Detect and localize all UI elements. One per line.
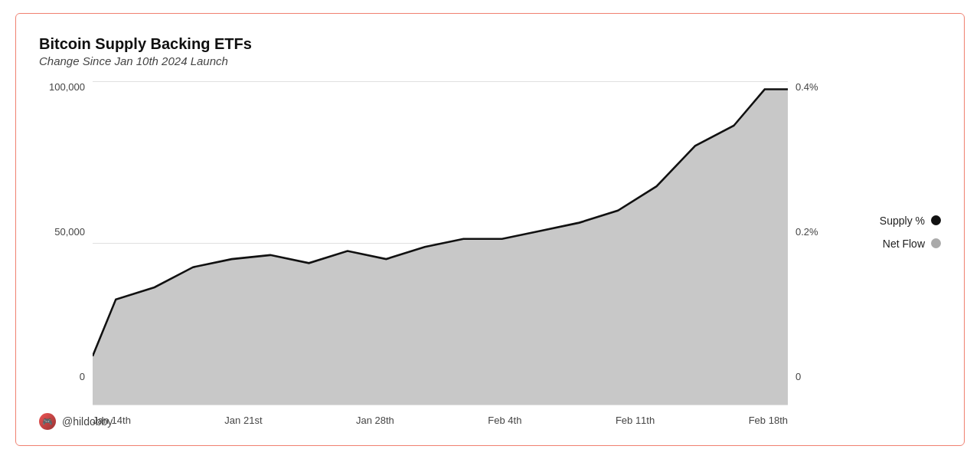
x-tick-feb11: Feb 11th <box>616 415 655 426</box>
legend-netflow: Net Flow <box>853 238 941 250</box>
x-tick-jan14: Jan 14th <box>93 415 131 426</box>
legend-netflow-label: Net Flow <box>883 238 925 250</box>
chart-area: 100,000 50,000 0 Jan 14th Jan 21st Jan 2… <box>39 81 941 405</box>
legend-supply: Supply % <box>853 215 941 227</box>
grid-line-bot <box>93 405 788 405</box>
legend-netflow-dot <box>931 238 941 248</box>
legend-supply-label: Supply % <box>880 215 925 227</box>
y-left-tick-mid: 50,000 <box>54 226 85 238</box>
y-right-tick-bot: 0 <box>795 371 801 382</box>
y-axis-right: 0.4% 0.2% 0 <box>788 81 841 405</box>
x-tick-feb18: Feb 18th <box>749 415 788 426</box>
chart-plot: Jan 14th Jan 21st Jan 28th Feb 4th Feb 1… <box>93 81 788 405</box>
chart-subtitle: Change Since Jan 10th 2024 Launch <box>39 54 941 67</box>
y-left-tick-top: 100,000 <box>49 81 85 93</box>
chart-svg <box>93 81 788 405</box>
y-right-tick-top: 0.4% <box>795 81 818 93</box>
x-tick-jan28: Jan 28th <box>356 415 394 426</box>
y-left-tick-bot: 0 <box>80 371 85 382</box>
legend-area: Supply % Net Flow <box>841 81 941 405</box>
legend-supply-dot <box>931 215 941 225</box>
chart-title: Bitcoin Supply Backing ETFs <box>39 35 941 53</box>
avatar: 🎮 <box>39 413 56 430</box>
area-fill <box>93 90 788 405</box>
y-axis-left: 100,000 50,000 0 <box>39 81 93 405</box>
x-axis: Jan 14th Jan 21st Jan 28th Feb 4th Feb 1… <box>93 415 788 426</box>
x-tick-jan21: Jan 21st <box>224 415 262 426</box>
y-right-tick-mid: 0.2% <box>795 226 818 238</box>
chart-container: Bitcoin Supply Backing ETFs Change Since… <box>15 13 965 446</box>
x-tick-feb4: Feb 4th <box>488 415 521 426</box>
